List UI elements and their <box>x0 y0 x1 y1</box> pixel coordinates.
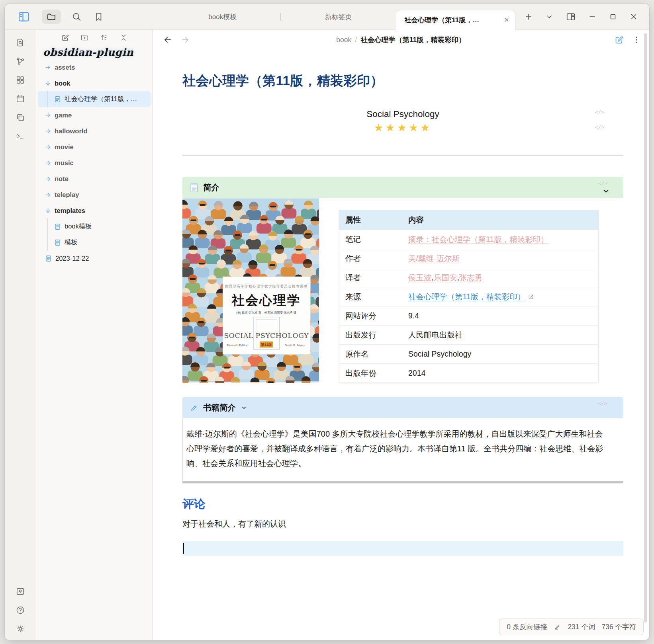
main-area: obsidian-plugin assets book 社会心理学（第11版，… <box>5 30 649 640</box>
note-content: 社会心理学（第11版，精装彩印） Social Psychology ★★★★★… <box>153 50 649 640</box>
sidebar-item-templates[interactable]: templates <box>38 203 151 219</box>
arrow-right-icon <box>45 112 51 119</box>
tab-new[interactable]: 新标签页 <box>281 4 396 29</box>
collapse-all-icon[interactable] <box>119 33 128 42</box>
comments-heading: 评论 <box>182 496 623 512</box>
table-row: 笔记 摘录：社会心理学（第11版，精装彩印） <box>339 230 599 249</box>
left-rail <box>5 30 36 640</box>
book-intro-text: 戴维·迈尔斯的《社会心理学》是美国700 多所大专院校社会心理学教学所采用的教材… <box>182 418 623 481</box>
sidebar-item-halloworld[interactable]: halloworld <box>38 123 151 139</box>
maximize-icon[interactable] <box>609 12 617 21</box>
file-icon <box>54 223 61 230</box>
breadcrumb-title: 社会心理学（第11版，精装彩印） <box>360 36 466 44</box>
sidebar-item-book[interactable]: book <box>38 75 151 91</box>
edit-code-block-icon[interactable]: </> <box>595 124 604 130</box>
sidebar-item-template[interactable]: 模板 <box>38 234 151 250</box>
sidebar-item-note[interactable]: note <box>38 171 151 187</box>
sidebar-item-game[interactable]: game <box>38 107 151 123</box>
svg-text:教育部高等学校心理学教学指导委员会推荐用书: 教育部高等学校心理学教学指导委员会推荐用书 <box>225 284 308 288</box>
sidebar-item-book-template[interactable]: book模板 <box>38 219 151 234</box>
breadcrumb-separator: / <box>355 36 357 44</box>
file-icon <box>54 96 61 103</box>
edit-code-block-icon[interactable]: </> <box>598 400 607 406</box>
sidebar-item-teleplay[interactable]: teleplay <box>38 187 151 203</box>
bookmark-icon[interactable] <box>94 12 104 22</box>
sidebar-item-note-selected[interactable]: 社会心理学（第11版，… <box>38 91 151 107</box>
sidebar-item-movie[interactable]: movie <box>38 139 151 155</box>
horizontal-rule <box>182 155 623 156</box>
char-count[interactable]: 736 个字符 <box>601 622 636 632</box>
new-note-icon[interactable] <box>61 33 69 42</box>
sidebar-toggle-icon[interactable] <box>18 11 30 23</box>
forward-icon[interactable] <box>180 35 190 45</box>
external-link-icon[interactable] <box>528 294 534 300</box>
translator-link[interactable]: 乐国安 <box>434 273 457 282</box>
vault-name[interactable]: obsidian-plugin <box>43 47 152 58</box>
collapse-callout-chevron-icon[interactable] <box>602 187 610 195</box>
settings-gear-icon[interactable] <box>16 624 25 634</box>
svg-text:[美] 戴维·迈尔斯 著 侯玉波 乐国安 张志勇 译: [美] 戴维·迈尔斯 著 侯玉波 乐国安 张志勇 译 <box>236 311 296 314</box>
sidebar-item-daily-note[interactable]: 2023-12-22 <box>38 250 151 266</box>
breadcrumb-folder[interactable]: book <box>336 36 351 44</box>
edit-code-block-icon[interactable]: </> <box>598 180 607 186</box>
vault-switcher-icon[interactable] <box>16 587 25 596</box>
svg-text:第11版: 第11版 <box>260 343 272 347</box>
file-explorer: obsidian-plugin assets book 社会心理学（第11版，… <box>36 30 153 640</box>
subtitle-block: Social Psychology ★★★★★ </> </> <box>182 109 623 134</box>
scrollbar[interactable] <box>644 33 647 623</box>
editor-header: book/社会心理学（第11版，精装彩印） <box>153 30 649 50</box>
text-cursor <box>183 543 184 554</box>
search-icon[interactable] <box>71 12 82 22</box>
tabstrip: book模板 新标签页 社会心理学（第11版，… <box>165 4 649 29</box>
help-icon[interactable] <box>16 605 25 615</box>
rating-stars: ★★★★★ <box>182 121 623 134</box>
tab-list-chevron-icon[interactable] <box>545 12 554 21</box>
sort-icon[interactable] <box>100 33 108 42</box>
split-pane-icon[interactable] <box>566 12 576 22</box>
empty-code-block[interactable] <box>182 541 623 556</box>
titlebar: book模板 新标签页 社会心理学（第11版，… <box>5 4 649 30</box>
properties-table: 属性 内容 笔记 摘录：社会心理学（第11版，精装彩印） 作 <box>339 210 599 383</box>
arrow-right-icon <box>45 128 51 135</box>
source-link[interactable]: 社会心理学（第11版，精装彩印） <box>408 292 525 301</box>
translator-link[interactable]: 张志勇 <box>459 273 483 282</box>
sidebar-item-music[interactable]: music <box>38 155 151 171</box>
app-window: book模板 新标签页 社会心理学（第11版，… <box>5 4 649 640</box>
terminal-icon[interactable] <box>16 131 25 141</box>
english-subtitle: Social Psychology <box>182 109 623 119</box>
sidebar-item-assets[interactable]: assets <box>38 59 151 75</box>
fold-chevron-icon[interactable] <box>241 405 247 410</box>
thick-horizontal-rule <box>182 481 623 483</box>
table-row: 网站评分 9.4 <box>339 306 599 326</box>
files-tab-button[interactable] <box>42 10 61 24</box>
quick-switcher-icon[interactable] <box>16 38 25 47</box>
book-cover-image: 教育部高等学校心理学教学指导委员会推荐用书 社会心理学 [美] 戴维·迈尔斯 著… <box>182 198 319 383</box>
author-link[interactable]: 美/戴维·迈尔斯 <box>408 254 460 263</box>
edit-code-block-icon[interactable]: </> <box>595 109 604 115</box>
tab-active-note[interactable]: 社会心理学（第11版，… <box>396 10 515 30</box>
nav-history <box>163 35 190 45</box>
canvas-grid-icon[interactable] <box>16 75 25 85</box>
graph-view-icon[interactable] <box>16 57 25 66</box>
intro-callout-header[interactable]: 简介 </> <box>182 177 623 198</box>
arrow-right-icon <box>45 160 51 166</box>
back-icon[interactable] <box>163 35 172 45</box>
book-intro-callout-header[interactable]: 书籍简介 </> <box>182 397 623 418</box>
new-tab-icon[interactable] <box>524 12 533 21</box>
minimize-icon[interactable] <box>588 12 597 21</box>
edit-mode-icon[interactable] <box>614 35 624 45</box>
copy-pages-icon[interactable] <box>16 113 25 122</box>
calendar-icon[interactable] <box>16 94 25 103</box>
file-tree: assets book 社会心理学（第11版，… game hal <box>36 59 152 266</box>
edit-pencil-icon[interactable] <box>554 623 561 631</box>
close-window-icon[interactable] <box>629 12 638 21</box>
tab-close-icon[interactable] <box>503 16 510 23</box>
backlinks-count[interactable]: 0 条反向链接 <box>507 622 547 632</box>
translator-link[interactable]: 侯玉波 <box>408 273 432 282</box>
tab-book-template[interactable]: book模板 <box>165 4 280 29</box>
word-count[interactable]: 231 个词 <box>568 622 595 632</box>
new-folder-icon[interactable] <box>80 33 89 42</box>
table-header-content: 内容 <box>402 210 599 230</box>
more-options-icon[interactable] <box>632 35 640 44</box>
note-link[interactable]: 摘录：社会心理学（第11版，精装彩印） <box>408 235 548 244</box>
